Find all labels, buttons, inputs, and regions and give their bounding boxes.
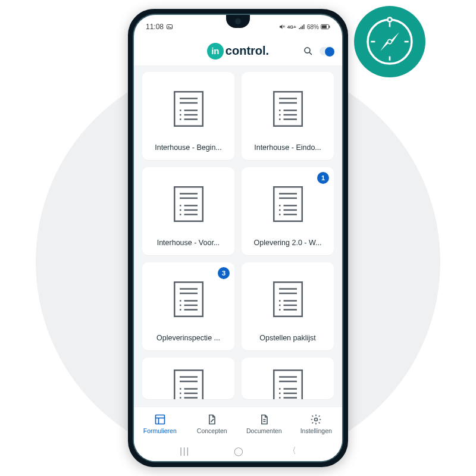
tile-label: Interhouse - Eindo... xyxy=(242,143,334,152)
tile-label: Interhouse - Begin... xyxy=(142,143,234,152)
svg-rect-72 xyxy=(174,370,203,399)
drafts-icon xyxy=(206,414,218,425)
bottom-nav: Formulieren Concepten Documenten Instell… xyxy=(134,406,342,441)
forms-icon xyxy=(154,414,166,425)
svg-rect-54 xyxy=(174,282,203,317)
nav-label: Concepten xyxy=(197,427,227,434)
nav-label: Formulieren xyxy=(143,427,177,434)
app-logo: in control. xyxy=(207,43,269,60)
system-nav: ||| ◯ 〈 xyxy=(134,441,342,461)
svg-rect-45 xyxy=(274,187,302,221)
compass-badge xyxy=(354,6,425,77)
logo-wordmark: control. xyxy=(226,44,269,58)
compass-icon xyxy=(364,15,416,68)
nav-formulieren[interactable]: Formulieren xyxy=(134,407,186,441)
form-tile[interactable]: Interhouse - Begin... xyxy=(142,72,234,160)
svg-rect-63 xyxy=(274,282,302,317)
tile-label: Opleverinspectie ... xyxy=(142,334,234,342)
document-icon xyxy=(174,91,203,129)
document-icon xyxy=(174,281,203,320)
svg-line-17 xyxy=(309,52,312,55)
documents-icon xyxy=(258,414,270,425)
svg-rect-18 xyxy=(174,92,203,126)
document-icon xyxy=(174,369,203,399)
svg-rect-90 xyxy=(155,415,164,424)
document-icon xyxy=(273,91,303,129)
logo-bubble: in xyxy=(207,43,224,60)
battery-percent: 68% xyxy=(307,24,319,30)
document-icon xyxy=(273,369,303,399)
form-tile[interactable]: Opstellen paklijst xyxy=(242,262,334,350)
gear-icon xyxy=(310,414,322,425)
document-icon xyxy=(273,186,303,224)
search-icon[interactable] xyxy=(303,46,314,57)
form-tile[interactable] xyxy=(142,358,234,399)
form-tile[interactable]: Interhouse - Voor... xyxy=(142,167,234,255)
network-type-label: 4G+ xyxy=(287,24,296,30)
home-button[interactable]: ◯ xyxy=(234,446,243,456)
svg-rect-81 xyxy=(274,370,302,399)
svg-rect-27 xyxy=(274,92,302,126)
tile-label: Opstellen paklijst xyxy=(242,334,334,342)
image-indicator-icon xyxy=(166,23,173,30)
status-time: 11:08 xyxy=(146,23,164,31)
form-tile[interactable]: Interhouse - Eindo... xyxy=(242,72,334,160)
nav-label: Instellingen xyxy=(300,427,332,434)
document-icon xyxy=(273,281,303,320)
mute-icon xyxy=(278,23,286,30)
form-tile[interactable] xyxy=(242,358,334,399)
tile-label: Oplevering 2.0 - W... xyxy=(242,239,334,247)
signal-icon xyxy=(298,23,305,30)
nav-instellingen[interactable]: Instellingen xyxy=(290,407,343,441)
back-button[interactable]: 〈 xyxy=(288,446,296,456)
svg-point-1 xyxy=(387,18,392,22)
forms-grid-container[interactable]: Interhouse - Begin... Interhouse - Eindo… xyxy=(134,66,342,406)
form-tile[interactable]: 3 Opleverinspectie ... xyxy=(142,262,234,350)
svg-rect-15 xyxy=(322,26,327,29)
svg-rect-14 xyxy=(329,26,330,28)
nav-label: Documenten xyxy=(246,427,282,434)
nav-concepten[interactable]: Concepten xyxy=(186,407,239,441)
form-tile[interactable]: 1 Oplevering 2.0 - W... xyxy=(242,167,334,255)
online-toggle[interactable] xyxy=(320,47,335,55)
svg-point-16 xyxy=(305,48,310,53)
document-icon xyxy=(174,186,203,224)
tile-label: Interhouse - Voor... xyxy=(142,239,234,247)
svg-point-8 xyxy=(387,39,392,43)
tile-badge: 3 xyxy=(218,267,230,279)
app-header: in control. xyxy=(134,36,342,66)
recent-apps-button[interactable]: ||| xyxy=(180,446,190,456)
tile-badge: 1 xyxy=(317,172,329,184)
svg-point-95 xyxy=(315,418,318,421)
phone-frame: 11:08 4G+ 68% in control. xyxy=(128,9,348,467)
svg-rect-36 xyxy=(174,187,203,221)
nav-documenten[interactable]: Documenten xyxy=(238,407,290,441)
battery-icon xyxy=(321,24,330,30)
